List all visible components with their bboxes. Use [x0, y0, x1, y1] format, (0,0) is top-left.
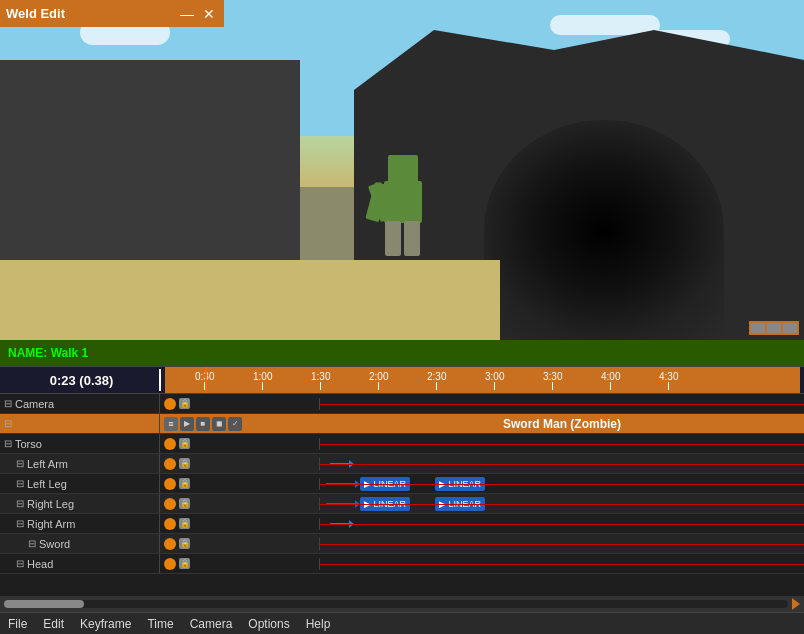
rightarm-lock[interactable]: 🔒 [179, 518, 190, 529]
timeline-ruler[interactable]: 0:30 1:00 1:30 2:00 2:30 3:00 3:30 4:00 … [165, 367, 800, 393]
timeline-panel: NAME: Walk 1 0:23 (0.38) 0:30 1:00 1:30 … [0, 340, 804, 612]
rightarm-red-line [320, 524, 804, 525]
scrollbar-track[interactable] [4, 600, 788, 608]
rightleg-content: ▶ LINEAR ▶ LINEAR [320, 494, 804, 513]
swordman-content: Sword Man (Zombie) [320, 414, 804, 433]
track-camera: ⊟ Camera 🔒 [0, 394, 804, 414]
head-lock[interactable]: 🔒 [179, 558, 190, 569]
minimize-button[interactable]: — [178, 5, 196, 23]
expand-leftleg[interactable]: ⊟ [16, 478, 24, 489]
sword-lock[interactable]: 🔒 [179, 538, 190, 549]
leftleg-lock[interactable]: 🔒 [179, 478, 190, 489]
expand-sword[interactable]: ⊟ [28, 538, 36, 549]
head-dot[interactable] [164, 558, 176, 570]
track-leftleg: ⊟ Left Leg 🔒 ▶ LINEAR ▶ LINEAR [0, 474, 804, 494]
leftleg-dot[interactable] [164, 478, 176, 490]
time-divider [159, 369, 161, 391]
ruler-mark-230: 2:30 [427, 371, 446, 390]
char-head [388, 155, 418, 183]
leftleg-red-line [320, 484, 804, 485]
ruler-mark-200: 2:00 [369, 371, 388, 390]
title-bar: Weld Edit — ✕ [0, 0, 224, 27]
expand-torso[interactable]: ⊟ [4, 438, 12, 449]
sword-content [320, 534, 804, 553]
sword-dot[interactable] [164, 538, 176, 550]
torso-content [320, 434, 804, 453]
ruler-mark-330: 3:30 [543, 371, 562, 390]
close-button[interactable]: ✕ [200, 5, 218, 23]
expand-rightleg[interactable]: ⊟ [16, 498, 24, 509]
title-buttons: — ✕ [178, 5, 218, 23]
rightarm-label-text: Right Arm [27, 518, 75, 530]
tool-btn-4[interactable]: ◼ [212, 417, 226, 431]
playhead[interactable] [205, 367, 207, 393]
track-swordman: ⊟ ≡ ▶ ■ ◼ ✓ Sword Man (Zombie) [0, 414, 804, 434]
leftarm-dot[interactable] [164, 458, 176, 470]
current-time: 0:23 (0.38) [4, 373, 159, 388]
swordman-toolbar: ≡ ▶ ■ ◼ ✓ [160, 417, 320, 431]
track-sword: ⊟ Sword 🔒 [0, 534, 804, 554]
track-torso: ⊟ Torso 🔒 [0, 434, 804, 454]
torso-label-text: Torso [15, 438, 42, 450]
expand-camera[interactable]: ⊟ [4, 398, 12, 409]
torso-label: ⊟ Torso [0, 434, 160, 453]
menu-file[interactable]: File [8, 617, 27, 631]
char-left-leg [385, 221, 401, 256]
swordman-label-area: ⊟ [0, 414, 160, 433]
leftarm-lock[interactable]: 🔒 [179, 458, 190, 469]
rightarm-dot[interactable] [164, 518, 176, 530]
scroll-arrow-right[interactable] [792, 598, 800, 610]
menu-camera[interactable]: Camera [190, 617, 233, 631]
menu-bar: File Edit Keyframe Time Camera Options H… [0, 612, 804, 634]
leftarm-controls: 🔒 [160, 458, 320, 470]
head-controls: 🔒 [160, 558, 320, 570]
torso-dot[interactable] [164, 438, 176, 450]
leftarm-label-text: Left Arm [27, 458, 68, 470]
name-bar: NAME: Walk 1 [0, 340, 804, 367]
scrollbar-thumb[interactable] [4, 600, 84, 608]
time-row: 0:23 (0.38) 0:30 1:00 1:30 2:00 2:30 3:0… [0, 367, 804, 394]
viewport-controls[interactable] [749, 321, 799, 335]
sword-label: ⊟ Sword [0, 534, 160, 553]
tool-btn-1[interactable]: ≡ [164, 417, 178, 431]
tracks-container: ⊟ Camera 🔒 ⊟ ≡ ▶ ■ ◼ ✓ [0, 394, 804, 596]
ruler-mark-100: 1:00 [253, 371, 272, 390]
expand-head[interactable]: ⊟ [16, 558, 24, 569]
rightleg-controls: 🔒 [160, 498, 320, 510]
tool-btn-3[interactable]: ■ [196, 417, 210, 431]
rightleg-dot[interactable] [164, 498, 176, 510]
head-red-line [320, 564, 804, 565]
expand-leftarm[interactable]: ⊟ [16, 458, 24, 469]
menu-help[interactable]: Help [306, 617, 331, 631]
camera-dot[interactable] [164, 398, 176, 410]
track-leftarm: ⊟ Left Arm 🔒 [0, 454, 804, 474]
tool-btn-5[interactable]: ✓ [228, 417, 242, 431]
camera-controls: 🔒 [160, 398, 320, 410]
camera-red-line [320, 404, 804, 405]
leftleg-label: ⊟ Left Leg [0, 474, 160, 493]
camera-lock[interactable]: 🔒 [179, 398, 190, 409]
char-body [384, 181, 422, 223]
sword-label-text: Sword [39, 538, 70, 550]
rightleg-red-line [320, 504, 804, 505]
head-content [320, 554, 804, 573]
torso-controls: 🔒 [160, 438, 320, 450]
rightleg-label: ⊟ Right Leg [0, 494, 160, 513]
expand-rightarm[interactable]: ⊟ [16, 518, 24, 529]
char-right-leg [404, 221, 420, 256]
menu-keyframe[interactable]: Keyframe [80, 617, 131, 631]
track-rightleg: ⊟ Right Leg 🔒 ▶ LINEAR ▶ LINEAR [0, 494, 804, 514]
rightarm-controls: 🔒 [160, 518, 320, 530]
rightleg-lock[interactable]: 🔒 [179, 498, 190, 509]
torso-lock[interactable]: 🔒 [179, 438, 190, 449]
head-label-text: Head [27, 558, 53, 570]
leftarm-content [320, 454, 804, 473]
tool-btn-2[interactable]: ▶ [180, 417, 194, 431]
expand-swordman[interactable]: ⊟ [4, 418, 12, 429]
menu-edit[interactable]: Edit [43, 617, 64, 631]
menu-time[interactable]: Time [147, 617, 173, 631]
menu-options[interactable]: Options [248, 617, 289, 631]
ruler-mark-300: 3:00 [485, 371, 504, 390]
horizontal-scrollbar[interactable] [0, 596, 804, 612]
camera-label-text: Camera [15, 398, 54, 410]
